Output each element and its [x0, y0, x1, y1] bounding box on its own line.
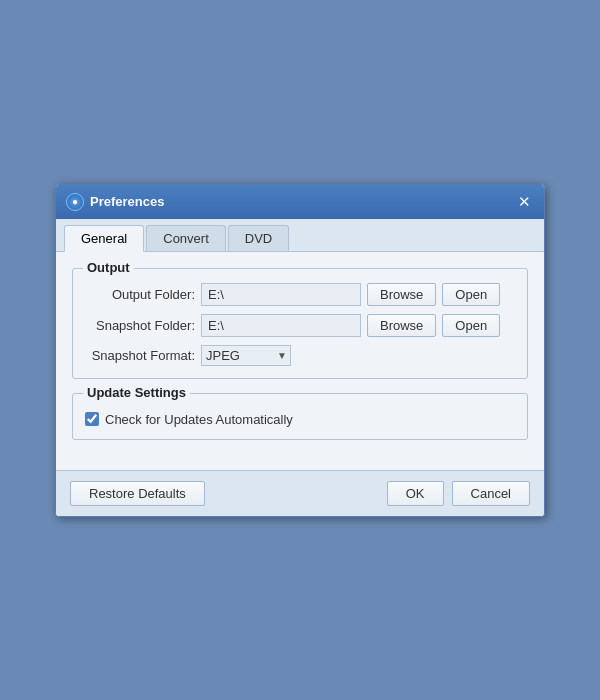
check-updates-row: Check for Updates Automatically: [85, 412, 515, 427]
snapshot-format-select[interactable]: JPEG PNG BMP: [201, 345, 291, 366]
output-folder-browse-button[interactable]: Browse: [367, 283, 436, 306]
restore-defaults-button[interactable]: Restore Defaults: [70, 481, 205, 506]
snapshot-folder-row: Snapshot Folder: Browse Open: [85, 314, 515, 337]
preferences-dialog: ● Preferences ✕ General Convert DVD Outp…: [55, 184, 545, 517]
title-bar: ● Preferences ✕: [56, 185, 544, 219]
snapshot-folder-open-button[interactable]: Open: [442, 314, 500, 337]
output-section-title: Output: [83, 260, 134, 275]
snapshot-folder-browse-button[interactable]: Browse: [367, 314, 436, 337]
tab-convert[interactable]: Convert: [146, 225, 226, 251]
tab-dvd[interactable]: DVD: [228, 225, 289, 251]
snapshot-format-label: Snapshot Format:: [85, 348, 195, 363]
update-settings-title: Update Settings: [83, 385, 190, 400]
output-folder-input[interactable]: [201, 283, 361, 306]
snapshot-format-select-container: JPEG PNG BMP ▼: [201, 345, 291, 366]
dialog-title: Preferences: [90, 194, 164, 209]
snapshot-format-row: Snapshot Format: JPEG PNG BMP ▼: [85, 345, 515, 366]
footer: Restore Defaults OK Cancel: [56, 470, 544, 516]
check-updates-label[interactable]: Check for Updates Automatically: [105, 412, 293, 427]
ok-button[interactable]: OK: [387, 481, 444, 506]
content-area: Output Output Folder: Browse Open Snapsh…: [56, 252, 544, 470]
check-updates-checkbox[interactable]: [85, 412, 99, 426]
snapshot-folder-input[interactable]: [201, 314, 361, 337]
tab-general[interactable]: General: [64, 225, 144, 252]
output-section: Output Output Folder: Browse Open Snapsh…: [72, 268, 528, 379]
close-button[interactable]: ✕: [514, 192, 534, 212]
snapshot-folder-label: Snapshot Folder:: [85, 318, 195, 333]
output-folder-label: Output Folder:: [85, 287, 195, 302]
cancel-button[interactable]: Cancel: [452, 481, 530, 506]
app-icon: ●: [66, 193, 84, 211]
update-settings-section: Update Settings Check for Updates Automa…: [72, 393, 528, 440]
footer-right-buttons: OK Cancel: [387, 481, 530, 506]
output-folder-row: Output Folder: Browse Open: [85, 283, 515, 306]
tab-bar: General Convert DVD: [56, 219, 544, 252]
title-bar-left: ● Preferences: [66, 193, 164, 211]
output-folder-open-button[interactable]: Open: [442, 283, 500, 306]
